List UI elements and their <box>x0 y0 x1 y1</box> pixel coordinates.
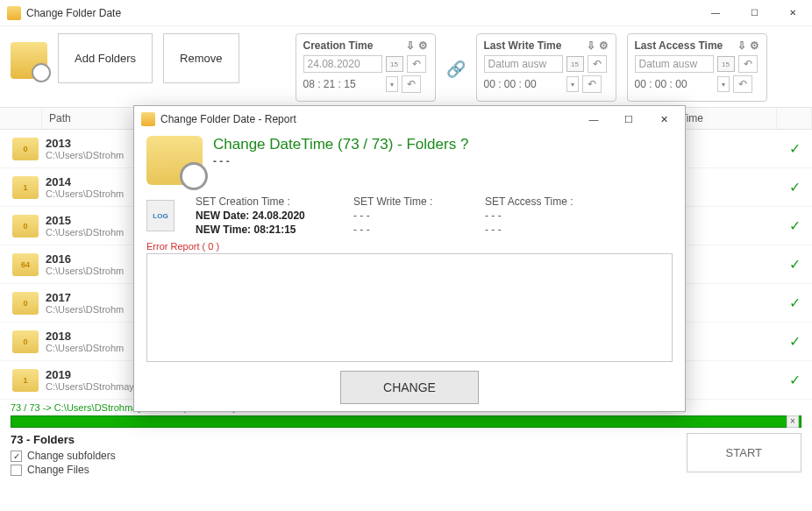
progress-close-icon[interactable]: × <box>787 415 799 428</box>
creation-date-input[interactable] <box>303 55 382 73</box>
app-icon <box>7 6 21 20</box>
gear-icon[interactable]: ⚙ <box>599 39 609 52</box>
dialog-minimize-button[interactable]: — <box>576 107 611 131</box>
download-icon[interactable]: ⇩ <box>737 39 746 52</box>
toolbar: Add Folders Remove Creation Time⇩⚙ 15 ↶ … <box>0 26 812 107</box>
check-icon: ✓ <box>777 217 812 234</box>
dialog-title: Change Folder Date - Report <box>160 113 296 125</box>
change-files-checkbox[interactable]: Change Files <box>11 464 669 476</box>
titlebar: Change Folder Date — ☐ ✕ <box>0 0 812 26</box>
dialog-heading: Change DateTime (73 / 73) - Folders ? <box>213 136 468 153</box>
link-icon[interactable]: 🔗 <box>446 60 466 79</box>
access-time-label: Last Access Time <box>635 39 723 52</box>
dialog-subheading: - - - <box>213 155 468 167</box>
calendar-icon[interactable]: 15 <box>566 56 584 72</box>
write-time-group: Last Write Time⇩⚙ 15 ↶ 00 : 00 : 00 ▾ ↶ <box>476 33 616 102</box>
chevron-down-icon[interactable]: ▾ <box>717 76 730 92</box>
progress-bar: × <box>11 415 801 428</box>
undo-icon[interactable]: ↶ <box>738 55 758 73</box>
check-icon: ✓ <box>777 333 812 350</box>
access-time-group: Last Access Time⇩⚙ 15 ↶ 00 : 00 : 00 ▾ ↶ <box>627 33 767 102</box>
folder-icon: 0 <box>12 292 39 315</box>
write-time-value: 00 : 00 : 00 <box>484 78 563 90</box>
creation-time-group: Creation Time⇩⚙ 15 ↶ 08 : 21 : 15 ▾ ↶ <box>296 33 436 102</box>
dialog-close-button[interactable]: ✕ <box>646 107 681 131</box>
start-button[interactable]: START <box>687 433 801 472</box>
undo-icon[interactable]: ↶ <box>588 55 607 73</box>
access-time-value: 00 : 00 : 00 <box>635 78 714 90</box>
window-title: Change Folder Date <box>26 7 121 19</box>
check-icon: ✓ <box>777 256 812 273</box>
folder-icon: 0 <box>12 138 39 160</box>
gear-icon[interactable]: ⚙ <box>750 39 759 52</box>
new-date-value: NEW Date: 24.08.2020 <box>196 209 345 222</box>
gear-icon[interactable]: ⚙ <box>418 39 428 52</box>
check-icon: ✓ <box>777 295 812 311</box>
change-subfolders-checkbox[interactable]: ✓Change subfolders <box>11 450 669 462</box>
folder-icon: 0 <box>12 330 39 353</box>
remove-button[interactable]: Remove <box>163 33 239 83</box>
folder-icon: 1 <box>12 369 39 392</box>
creation-time-label: Creation Time <box>303 39 374 52</box>
change-button[interactable]: CHANGE <box>340 371 479 404</box>
new-time-value: NEW Time: 08:21:15 <box>196 224 345 236</box>
access-date-input[interactable] <box>635 55 714 73</box>
download-icon[interactable]: ⇩ <box>587 39 595 52</box>
undo-icon[interactable]: ↶ <box>407 55 426 73</box>
dialog-titlebar: Change Folder Date - Report — ☐ ✕ <box>134 106 685 132</box>
set-creation-label: SET Creation Time : <box>196 195 345 208</box>
calendar-icon[interactable]: 15 <box>386 56 403 72</box>
write-date-input[interactable] <box>484 55 563 73</box>
log-icon: LOG <box>146 200 175 231</box>
undo-icon[interactable]: ↶ <box>582 75 602 93</box>
access-time-dash: - - - <box>485 224 608 236</box>
calendar-icon[interactable]: 15 <box>717 56 735 72</box>
add-folders-button[interactable]: Add Folders <box>58 33 153 83</box>
write-time-label: Last Write Time <box>484 39 562 52</box>
close-button[interactable]: ✕ <box>773 0 812 26</box>
undo-icon[interactable]: ↶ <box>733 75 752 93</box>
folder-icon: 64 <box>12 253 39 276</box>
check-icon: ✓ <box>777 140 812 157</box>
error-report-label: Error Report ( 0 ) <box>146 241 673 252</box>
minimize-button[interactable]: — <box>696 0 735 26</box>
maximize-button[interactable]: ☐ <box>735 0 773 26</box>
folder-icon: 1 <box>12 176 39 199</box>
check-icon: ✓ <box>777 179 812 195</box>
folder-icon: 0 <box>12 215 39 238</box>
check-icon: ✓ <box>777 372 812 388</box>
write-date-value: - - - <box>353 209 476 222</box>
creation-time-value: 08 : 21 : 15 <box>303 78 382 90</box>
app-icon <box>141 112 155 126</box>
report-dialog: Change Folder Date - Report — ☐ ✕ Change… <box>133 105 686 412</box>
write-time-dash: - - - <box>353 224 476 236</box>
download-icon[interactable]: ⇩ <box>406 39 415 52</box>
dialog-maximize-button[interactable]: ☐ <box>611 107 646 131</box>
chevron-down-icon[interactable]: ▾ <box>566 76 579 92</box>
folder-icon <box>11 42 47 79</box>
folder-clock-icon <box>146 136 203 185</box>
bottom-panel: 73 - Folders ✓Change subfolders Change F… <box>0 428 812 485</box>
access-date-value: - - - <box>485 209 608 222</box>
summary-text: 73 - Folders <box>11 433 669 446</box>
set-write-label: SET Write Time : <box>353 195 476 208</box>
error-report-box[interactable] <box>146 253 673 362</box>
chevron-down-icon[interactable]: ▾ <box>386 76 398 92</box>
undo-icon[interactable]: ↶ <box>402 75 421 93</box>
set-access-label: SET Access Time : <box>485 195 608 208</box>
